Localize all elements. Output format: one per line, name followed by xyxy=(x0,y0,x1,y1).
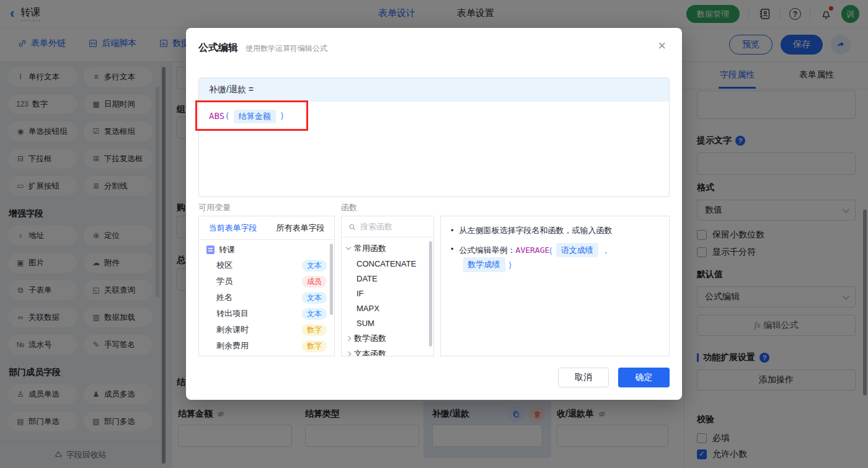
variable-name: 剩余课时 xyxy=(216,324,249,335)
variable-row[interactable]: 转出项目 文本 xyxy=(199,306,334,322)
variable-name: 姓名 xyxy=(216,292,232,303)
function-group-label: 常用函数 xyxy=(354,243,386,254)
example-field-chip: 数学成绩 xyxy=(463,257,505,272)
formula-editor: 补缴/退款 = ABS(结算金额) xyxy=(198,77,670,197)
variable-type-badge: 文本 xyxy=(302,308,327,320)
function-group-label: 文本函数 xyxy=(354,348,386,357)
functions-panel: 常用函数 CONCATENATE DATE IF MAPX SUM xyxy=(341,216,434,356)
formula-function: ABS xyxy=(209,111,224,121)
form-doc-icon xyxy=(206,245,215,254)
variable-type-badge: 数字 xyxy=(302,324,327,336)
modal-subtitle: 使用数学运算符编辑公式 xyxy=(246,43,327,54)
variable-row[interactable]: 姓名 文本 xyxy=(199,289,334,306)
variable-name: 剩余费用 xyxy=(216,340,249,351)
function-item[interactable]: SUM xyxy=(342,316,433,330)
modal-footer: 取消 确定 xyxy=(558,368,670,387)
function-groups-collapsed: 数学函数 文本函数 xyxy=(342,330,433,356)
tip-line-2: 公式编辑举例：AVERAGE(语文成绩，数学成绩) xyxy=(451,243,659,272)
variable-type-badge: 数字 xyxy=(302,340,327,352)
function-item[interactable]: DATE xyxy=(342,271,433,286)
cancel-button[interactable]: 取消 xyxy=(558,368,609,387)
variable-type-badge: 文本 xyxy=(302,292,327,304)
example-open-paren: ( xyxy=(549,245,552,255)
variables-tabs: 当前表单字段 所有表单字段 xyxy=(199,216,334,240)
app-root: ‹ 转课 表单设计 表单设置 数据管理 ? xyxy=(0,0,868,468)
variable-name: 转出项目 xyxy=(216,308,249,319)
chevron-down-icon xyxy=(346,245,351,250)
variable-name: 学员 xyxy=(216,276,232,287)
function-item[interactable]: MAPX xyxy=(342,301,433,316)
tip-example-prefix: 公式编辑举例： xyxy=(459,245,516,255)
formula-close-paren: ) xyxy=(280,111,285,121)
function-item[interactable]: CONCATENATE xyxy=(342,256,433,271)
variables-label: 可用变量 xyxy=(198,202,231,213)
confirm-button[interactable]: 确定 xyxy=(618,368,670,387)
variable-name: 校区 xyxy=(216,260,232,271)
example-function: AVERAGE xyxy=(516,245,550,255)
example-field-chip: 语文成绩 xyxy=(556,243,598,258)
variable-row[interactable]: 学员 成员 xyxy=(199,273,334,289)
function-group-collapsed[interactable]: 数学函数 xyxy=(342,330,433,346)
close-icon[interactable]: × xyxy=(658,39,666,53)
variables-form-node[interactable]: 转课 xyxy=(199,240,334,257)
tip-example: 公式编辑举例：AVERAGE(语文成绩，数学成绩) xyxy=(459,243,659,272)
function-group-common[interactable]: 常用函数 xyxy=(342,241,433,256)
functions-label: 函数 xyxy=(341,202,357,213)
function-item[interactable]: IF xyxy=(342,286,433,301)
formula-open-paren: ( xyxy=(224,111,229,121)
search-icon xyxy=(348,223,356,231)
example-comma: ， xyxy=(602,245,610,255)
modal-header: 公式编辑 使用数学运算符编辑公式 × xyxy=(186,28,682,55)
formula-edit-modal: 公式编辑 使用数学运算符编辑公式 × 补缴/退款 = ABS(结算金额) 可用变… xyxy=(186,28,682,400)
tab-current-form-fields[interactable]: 当前表单字段 xyxy=(199,216,267,239)
variable-row[interactable]: 校区 文本 xyxy=(199,257,334,273)
variables-panel: 当前表单字段 所有表单字段 转课 校区 文本 学员 成员 xyxy=(198,216,335,356)
tab-all-form-fields[interactable]: 所有表单字段 xyxy=(267,216,334,239)
variable-type-badge: 文本 xyxy=(302,260,327,272)
function-items: CONCATENATE DATE IF MAPX SUM xyxy=(342,256,433,330)
chevron-right-icon xyxy=(346,351,351,356)
chevron-right-icon xyxy=(346,335,351,340)
variable-row[interactable]: 剩余费用 数字 xyxy=(199,338,334,354)
formula-field-chip[interactable]: 结算金额 xyxy=(234,110,276,123)
modal-title: 公式编辑 xyxy=(198,42,238,55)
formula-target: 补缴/退款 = xyxy=(199,78,669,102)
tip-line-1: 从左侧面板选择字段名和函数，或输入函数 xyxy=(451,224,659,237)
tips-panel: 从左侧面板选择字段名和函数，或输入函数 公式编辑举例：AVERAGE(语文成绩，… xyxy=(440,216,670,356)
variable-row[interactable]: 剩余课时 数字 xyxy=(199,322,334,338)
functions-scrollbar[interactable] xyxy=(429,241,432,347)
function-group-collapsed[interactable]: 文本函数 xyxy=(342,346,433,356)
tip-text: 从左侧面板选择字段名和函数，或输入函数 xyxy=(459,224,613,237)
formula-input-area[interactable]: ABS(结算金额) xyxy=(199,102,669,131)
tips-body: 从左侧面板选择字段名和函数，或输入函数 公式编辑举例：AVERAGE(语文成绩，… xyxy=(441,216,669,286)
variables-scrollbar[interactable] xyxy=(330,244,333,315)
example-close-paren: ) xyxy=(509,260,512,269)
variables-list: 校区 文本 学员 成员 姓名 文本 转出项目 xyxy=(199,257,334,354)
form-node-label: 转课 xyxy=(219,244,235,255)
variable-type-badge: 成员 xyxy=(302,276,327,288)
function-search xyxy=(342,216,433,237)
function-search-input[interactable] xyxy=(360,222,422,231)
function-group-label: 数学函数 xyxy=(354,333,386,344)
